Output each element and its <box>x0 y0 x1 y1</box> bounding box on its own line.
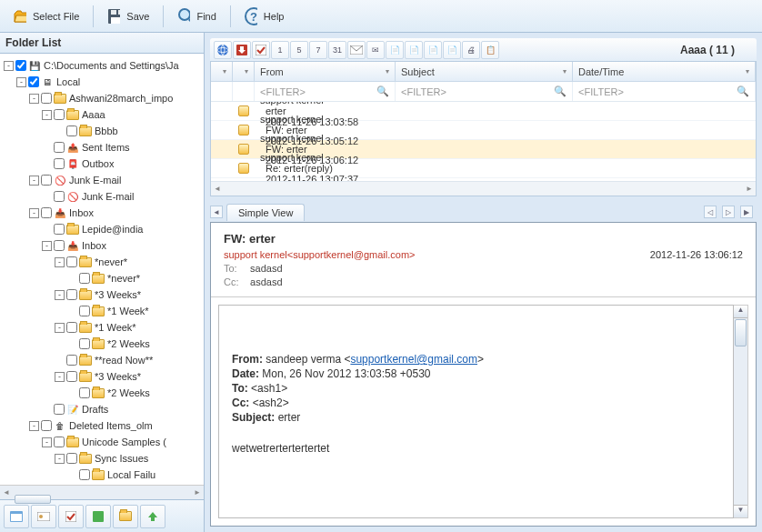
tree-checkbox[interactable] <box>28 76 39 87</box>
tree-checkbox[interactable] <box>66 322 77 333</box>
day-5-button[interactable]: 5 <box>290 41 308 59</box>
tree-checkbox[interactable] <box>79 469 90 480</box>
tab-next-button[interactable]: ▷ <box>722 206 735 218</box>
tree-checkbox[interactable] <box>79 273 90 284</box>
export-eml-icon[interactable]: ✉ <box>366 41 385 59</box>
tree-node[interactable]: -Aaaa <box>2 106 202 123</box>
tree-node[interactable]: *1 Week* <box>2 303 202 319</box>
tree-horizontal-scrollbar[interactable]: ◄ ► <box>0 485 204 499</box>
tree-checkbox[interactable] <box>79 338 90 349</box>
tree-checkbox[interactable] <box>54 158 65 169</box>
filter-from[interactable]: <FILTER>🔍 <box>255 82 396 101</box>
export-html-icon[interactable]: 📄 <box>424 41 442 59</box>
tree-node[interactable]: -🖥Local <box>2 74 202 90</box>
col-from[interactable]: From▾ <box>255 62 396 81</box>
filter-subject[interactable]: <FILTER>🔍 <box>396 82 573 101</box>
tree-checkbox[interactable] <box>54 240 65 251</box>
view-calendar-button[interactable] <box>4 505 29 528</box>
tree-toggle[interactable]: - <box>29 176 39 186</box>
tree-node[interactable]: *never* <box>2 270 202 286</box>
tree-toggle[interactable]: - <box>42 110 52 120</box>
view-folder-button[interactable] <box>113 505 138 528</box>
tree-toggle[interactable]: - <box>55 290 65 300</box>
col-subject[interactable]: Subject▾ <box>396 62 573 81</box>
tree-node[interactable]: -*3 Weeks* <box>2 368 202 385</box>
tree-checkbox[interactable] <box>66 371 77 382</box>
tree-node[interactable]: -💾C:\Documents and Settings\Ja <box>2 57 202 74</box>
folder-tree[interactable]: -💾C:\Documents and Settings\Ja-🖥Local-As… <box>0 54 204 485</box>
tab-prev-button[interactable]: ◁ <box>704 206 717 218</box>
tree-node[interactable]: -🚫Junk E-mail <box>2 172 202 188</box>
tree-node[interactable]: -📥Inbox <box>2 205 202 221</box>
tree-node[interactable]: *2 Weeks <box>2 385 202 401</box>
tree-node[interactable]: Local Failu <box>2 467 202 483</box>
tab-simple-view[interactable]: Simple View <box>226 204 305 221</box>
preview-vertical-scrollbar[interactable]: ▲ ▼ <box>734 305 748 518</box>
day-31-button[interactable]: 31 <box>328 41 346 59</box>
export-txt-icon[interactable]: 📄 <box>386 41 404 59</box>
day-7-button[interactable]: 7 <box>309 41 327 59</box>
tree-checkbox[interactable] <box>66 256 77 267</box>
tree-checkbox[interactable] <box>79 387 90 398</box>
filter-datetime[interactable]: <FILTER>🔍 <box>573 82 756 101</box>
tree-node[interactable]: -*1 Week* <box>2 319 202 336</box>
tree-node[interactable]: **read Now** <box>2 352 202 368</box>
tree-toggle[interactable]: - <box>55 257 65 267</box>
tree-node[interactable]: *2 Weeks <box>2 336 202 352</box>
tree-toggle[interactable]: - <box>42 241 52 251</box>
col-flag[interactable]: ▾ <box>211 62 233 81</box>
day-1-button[interactable]: 1 <box>271 41 289 59</box>
tree-node[interactable]: 📝Drafts <box>2 401 202 417</box>
tree-toggle[interactable]: - <box>55 372 65 382</box>
save-button[interactable]: Save <box>99 5 157 27</box>
tree-checkbox[interactable] <box>66 125 77 136</box>
tree-checkbox[interactable] <box>15 60 26 71</box>
col-icon[interactable]: ▾ <box>233 62 255 81</box>
tree-checkbox[interactable] <box>66 355 77 366</box>
tree-checkbox[interactable] <box>66 453 77 464</box>
tree-node[interactable]: -Unicode Samples ( <box>2 434 202 450</box>
stop-icon[interactable] <box>233 41 251 59</box>
tree-toggle[interactable]: - <box>55 454 65 464</box>
tree-node[interactable]: -🗑Deleted Items_olm <box>2 417 202 434</box>
tree-checkbox[interactable] <box>41 207 52 218</box>
view-notes-button[interactable] <box>85 505 111 528</box>
tree-checkbox[interactable] <box>41 93 52 104</box>
browser-icon[interactable] <box>214 41 232 59</box>
tree-checkbox[interactable] <box>54 142 65 153</box>
view-card-button[interactable] <box>31 505 56 528</box>
tree-node[interactable]: -Sync Issues <box>2 450 202 467</box>
col-datetime[interactable]: Date/Time▾ <box>573 62 756 81</box>
tree-node[interactable]: -📥Inbox <box>2 237 202 254</box>
clipboard-icon[interactable]: 📋 <box>481 41 499 59</box>
message-row[interactable]: support kernelRe: erter(reply)2012-11-26… <box>211 159 756 178</box>
list-rows[interactable]: support kernelerter2012-11-26 13:03:58su… <box>211 102 756 181</box>
move-up-button[interactable] <box>140 505 165 528</box>
body-from-email[interactable]: supportkernel@gmail.com <box>350 353 477 366</box>
export-pdf-icon[interactable]: 📄 <box>443 41 461 59</box>
tree-node[interactable]: 📮Outbox <box>2 156 202 172</box>
tree-node[interactable]: 📤Sent Items <box>2 139 202 156</box>
tree-node[interactable]: Lepide@india <box>2 221 202 237</box>
tree-toggle[interactable]: - <box>29 208 39 218</box>
preview-body[interactable]: From: sandeep verma <supportkernel@gmail… <box>218 305 734 518</box>
tree-checkbox[interactable] <box>54 437 65 447</box>
list-horizontal-scrollbar[interactable]: ◄ ► <box>211 181 756 196</box>
tree-toggle[interactable]: - <box>42 437 52 447</box>
tree-checkbox[interactable] <box>54 224 65 235</box>
find-button[interactable]: Find <box>169 5 224 27</box>
tree-checkbox[interactable] <box>41 175 52 186</box>
tree-checkbox[interactable] <box>54 404 65 415</box>
tree-toggle[interactable]: - <box>16 77 26 87</box>
tree-node[interactable]: -Ashwani28march_impo <box>2 90 202 106</box>
tree-checkbox[interactable] <box>79 306 90 316</box>
export-rtf-icon[interactable]: 📄 <box>405 41 423 59</box>
tab-first-button[interactable]: ◄ <box>210 206 223 218</box>
tree-checkbox[interactable] <box>54 191 65 202</box>
tree-checkbox[interactable] <box>41 420 52 431</box>
tree-toggle[interactable]: - <box>29 94 39 104</box>
check-icon[interactable] <box>252 41 270 59</box>
tree-node[interactable]: Bbbb <box>2 123 202 139</box>
tree-checkbox[interactable] <box>66 289 77 300</box>
tree-node[interactable]: -*never* <box>2 254 202 270</box>
